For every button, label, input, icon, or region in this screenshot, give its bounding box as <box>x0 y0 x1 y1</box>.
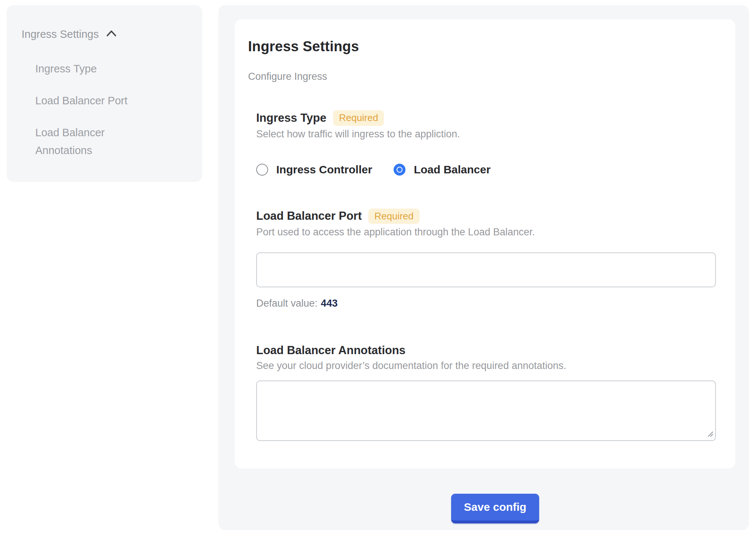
sidebar-section-ingress-settings[interactable]: Ingress Settings <box>22 27 188 41</box>
sidebar-item-list: Ingress Type Load Balancer Port Load Bal… <box>35 60 188 159</box>
field-load-balancer-annotations: Load Balancer Annotations See your cloud… <box>256 343 717 441</box>
sidebar-item-load-balancer-annotations[interactable]: Load Balancer Annotations <box>35 124 154 159</box>
sidebar-item-ingress-type[interactable]: Ingress Type <box>35 60 154 78</box>
load-balancer-port-description: Port used to access the application thro… <box>256 226 717 238</box>
field-ingress-type: Ingress Type Required Select how traffic… <box>256 110 717 176</box>
default-value-row: Default value:443 <box>256 298 717 309</box>
page-subtitle: Configure Ingress <box>248 71 717 82</box>
radio-option-ingress-controller[interactable]: Ingress Controller <box>256 163 372 176</box>
load-balancer-port-input[interactable] <box>256 252 716 287</box>
required-badge: Required <box>333 110 384 126</box>
field-load-balancer-port: Load Balancer Port Required Port used to… <box>256 209 717 310</box>
default-value-label: Default value: <box>256 298 317 309</box>
ingress-type-label: Ingress Type <box>256 111 326 125</box>
settings-sidebar: Ingress Settings Ingress Type Load Balan… <box>7 5 202 182</box>
load-balancer-annotations-label: Load Balancer Annotations <box>256 343 405 357</box>
ingress-type-radio-group: Ingress Controller Load Balancer <box>256 163 717 176</box>
load-balancer-annotations-textarea[interactable] <box>256 380 716 441</box>
main-panel: Ingress Settings Configure Ingress Ingre… <box>218 5 749 530</box>
radio-ingress-controller-label[interactable]: Ingress Controller <box>276 163 372 176</box>
default-value: 443 <box>321 298 338 309</box>
ingress-settings-card: Ingress Settings Configure Ingress Ingre… <box>235 19 735 468</box>
annotations-textarea-wrap <box>256 380 716 441</box>
save-config-button[interactable]: Save config <box>451 494 539 523</box>
load-balancer-annotations-description: See your cloud provider’s documentation … <box>256 359 717 372</box>
radio-ingress-controller-icon[interactable] <box>256 164 268 176</box>
radio-load-balancer-icon[interactable] <box>394 164 405 176</box>
sidebar-section-label: Ingress Settings <box>22 28 99 40</box>
sidebar-item-load-balancer-port[interactable]: Load Balancer Port <box>35 92 154 110</box>
chevron-up-icon <box>105 29 117 41</box>
required-badge: Required <box>368 209 420 224</box>
form-fields: Ingress Type Required Select how traffic… <box>256 110 717 441</box>
load-balancer-port-label: Load Balancer Port <box>256 209 362 223</box>
radio-load-balancer-label[interactable]: Load Balancer <box>414 163 491 176</box>
ingress-type-description: Select how traffic will ingress to the a… <box>256 128 717 140</box>
page-title: Ingress Settings <box>248 38 717 55</box>
radio-option-load-balancer[interactable]: Load Balancer <box>394 163 491 176</box>
